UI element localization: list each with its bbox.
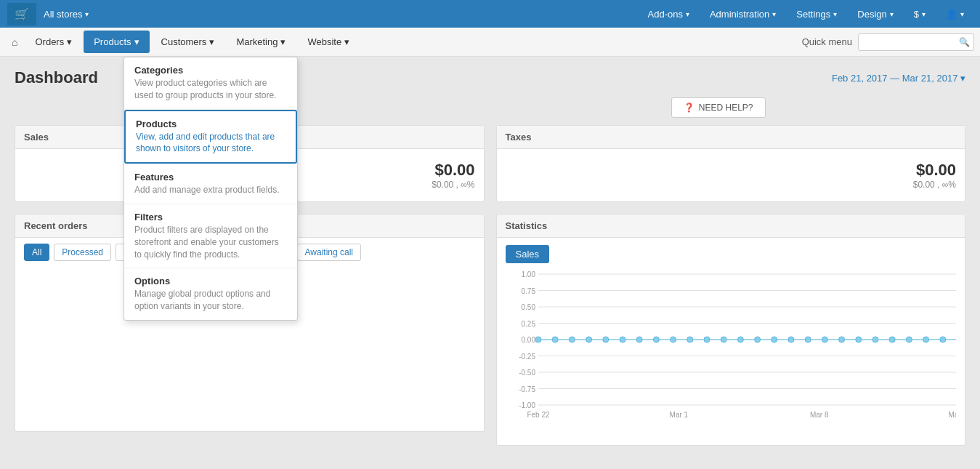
dashboard-title: Dashboard bbox=[15, 68, 98, 87]
svg-text:-1.00: -1.00 bbox=[519, 401, 535, 409]
home-button[interactable]: ⌂ bbox=[6, 31, 23, 54]
dropdown-item-filters[interactable]: FiltersProduct filters are displayed on … bbox=[124, 204, 297, 268]
nav-marketing-caret: ▾ bbox=[280, 36, 286, 47]
search-icon: 🔍 bbox=[959, 37, 970, 47]
addons-caret: ▾ bbox=[686, 10, 689, 18]
dropdown-item-features[interactable]: FeaturesAdd and manage extra product fie… bbox=[124, 164, 297, 204]
filter-btn-awaiting[interactable]: Awaiting call bbox=[297, 244, 361, 261]
user-caret: ▾ bbox=[960, 10, 964, 18]
stats-tab-sales[interactable]: Sales bbox=[506, 245, 550, 263]
svg-point-37 bbox=[788, 337, 794, 342]
svg-point-32 bbox=[704, 337, 710, 342]
addons-menu[interactable]: Add-ons ▾ bbox=[639, 3, 698, 25]
svg-point-41 bbox=[855, 337, 861, 342]
svg-point-28 bbox=[636, 337, 642, 342]
svg-point-42 bbox=[872, 337, 878, 342]
second-nav: ⌂ Orders ▾ Products ▾ Customers ▾ Market… bbox=[0, 28, 980, 57]
nav-orders-caret: ▾ bbox=[67, 36, 72, 47]
dropdown-item-products[interactable]: ProductsView, add and edit products that… bbox=[124, 110, 297, 164]
all-stores-caret: ▾ bbox=[85, 10, 89, 18]
nav-marketing-label: Marketing bbox=[236, 36, 278, 47]
filter-btn-all[interactable]: All bbox=[24, 244, 49, 261]
svg-text:0.75: 0.75 bbox=[521, 287, 535, 295]
filter-btn-processed[interactable]: Processed bbox=[54, 244, 111, 261]
svg-text:Mar 1: Mar 1 bbox=[669, 411, 688, 419]
statistics-panel-body: Sales 1.000.750.500.250.00-0.25-0.50-0.7… bbox=[497, 238, 965, 445]
dropdown-item-categories[interactable]: CategoriesView product categories which … bbox=[124, 57, 297, 109]
dropdown-item-title-products: Products bbox=[136, 119, 286, 129]
dropdown-item-desc-filters: Product filters are displayed on the sto… bbox=[134, 224, 287, 260]
svg-point-44 bbox=[906, 337, 912, 342]
nav-products-label: Products bbox=[94, 36, 131, 47]
administration-menu[interactable]: Administration ▾ bbox=[701, 3, 785, 25]
svg-text:Mar 8: Mar 8 bbox=[809, 411, 828, 419]
dropdown-item-title-options: Options bbox=[134, 276, 287, 286]
svg-point-46 bbox=[939, 337, 945, 342]
need-help-button[interactable]: ❓ NEED HELP? bbox=[671, 97, 766, 118]
taxes-card: Taxes $0.00 $0.00 , ∞% bbox=[496, 125, 966, 202]
products-dropdown-menu: CategoriesView product categories which … bbox=[123, 57, 298, 321]
currency-caret: ▾ bbox=[922, 10, 926, 18]
svg-point-30 bbox=[670, 337, 676, 342]
second-nav-right: Quick menu 🔍 bbox=[802, 33, 974, 51]
statistics-panel: Statistics Sales 1.000.750.500.250.00-0.… bbox=[496, 214, 966, 446]
quick-menu-label: Quick menu bbox=[802, 36, 852, 47]
nav-website[interactable]: Website ▾ bbox=[297, 31, 360, 53]
svg-point-45 bbox=[923, 337, 928, 342]
svg-point-22 bbox=[535, 337, 541, 342]
nav-marketing[interactable]: Marketing ▾ bbox=[226, 31, 296, 53]
top-bar-left: 🛒 All stores ▾ bbox=[7, 3, 639, 25]
nav-orders[interactable]: Orders ▾ bbox=[25, 31, 82, 53]
svg-text:-0.25: -0.25 bbox=[519, 353, 535, 361]
dropdown-item-title-features: Features bbox=[134, 172, 287, 183]
nav-products-caret: ▾ bbox=[134, 36, 139, 47]
svg-point-36 bbox=[771, 337, 777, 342]
chart-area: 1.000.750.500.250.00-0.25-0.50-0.75-1.00… bbox=[506, 270, 957, 438]
svg-point-34 bbox=[737, 337, 743, 342]
svg-point-38 bbox=[805, 337, 811, 342]
svg-point-23 bbox=[552, 337, 558, 342]
svg-text:Feb 22: Feb 22 bbox=[527, 411, 550, 419]
nav-products[interactable]: Products ▾ bbox=[84, 31, 149, 53]
nav-customers-label: Customers bbox=[161, 36, 207, 47]
cart-icon: 🛒 bbox=[7, 3, 36, 25]
statistics-chart: 1.000.750.500.250.00-0.25-0.50-0.75-1.00… bbox=[506, 270, 957, 423]
taxes-sub: $0.00 , ∞% bbox=[506, 180, 957, 190]
svg-text:-0.50: -0.50 bbox=[519, 369, 535, 377]
design-menu[interactable]: Design ▾ bbox=[849, 3, 902, 25]
svg-point-29 bbox=[653, 337, 659, 342]
statistics-panel-header: Statistics bbox=[497, 215, 965, 238]
svg-text:0.50: 0.50 bbox=[521, 303, 535, 311]
settings-caret: ▾ bbox=[833, 10, 837, 18]
need-help-wrap: ❓ NEED HELP? bbox=[490, 97, 947, 118]
design-label: Design bbox=[857, 9, 886, 20]
dropdown-item-desc-options: Manage global product options and option… bbox=[134, 288, 287, 313]
svg-text:-0.75: -0.75 bbox=[519, 385, 535, 393]
user-menu[interactable]: 👤 ▾ bbox=[937, 3, 973, 25]
nav-orders-label: Orders bbox=[35, 36, 64, 47]
svg-text:Mar 15: Mar 15 bbox=[948, 411, 956, 419]
currency-menu[interactable]: $ ▾ bbox=[905, 3, 934, 25]
svg-point-31 bbox=[687, 337, 692, 342]
nav-customers[interactable]: Customers ▾ bbox=[151, 31, 225, 53]
svg-point-35 bbox=[754, 337, 760, 342]
svg-point-25 bbox=[586, 337, 591, 342]
dropdown-item-desc-categories: View product categories which are used t… bbox=[134, 77, 287, 102]
svg-point-24 bbox=[569, 337, 575, 342]
quick-menu-search-wrap: 🔍 bbox=[858, 33, 974, 51]
date-range[interactable]: Feb 21, 2017 — Mar 21, 2017 ▾ bbox=[832, 73, 965, 84]
all-stores-label: All stores bbox=[44, 9, 82, 20]
top-bar: 🛒 All stores ▾ Add-ons ▾ Administration … bbox=[0, 0, 980, 28]
dropdown-item-title-filters: Filters bbox=[134, 212, 287, 223]
statistics-tabs: Sales bbox=[506, 245, 957, 263]
all-stores-dropdown[interactable]: All stores ▾ bbox=[44, 9, 89, 20]
dropdown-item-options[interactable]: OptionsManage global product options and… bbox=[124, 268, 297, 320]
svg-point-26 bbox=[602, 337, 608, 342]
design-caret: ▾ bbox=[890, 10, 894, 18]
administration-label: Administration bbox=[710, 9, 769, 20]
svg-point-39 bbox=[822, 337, 827, 342]
currency-label: $ bbox=[914, 9, 919, 20]
settings-menu[interactable]: Settings ▾ bbox=[787, 3, 846, 25]
quick-menu-input[interactable] bbox=[858, 33, 974, 51]
svg-text:0.00: 0.00 bbox=[521, 336, 535, 344]
